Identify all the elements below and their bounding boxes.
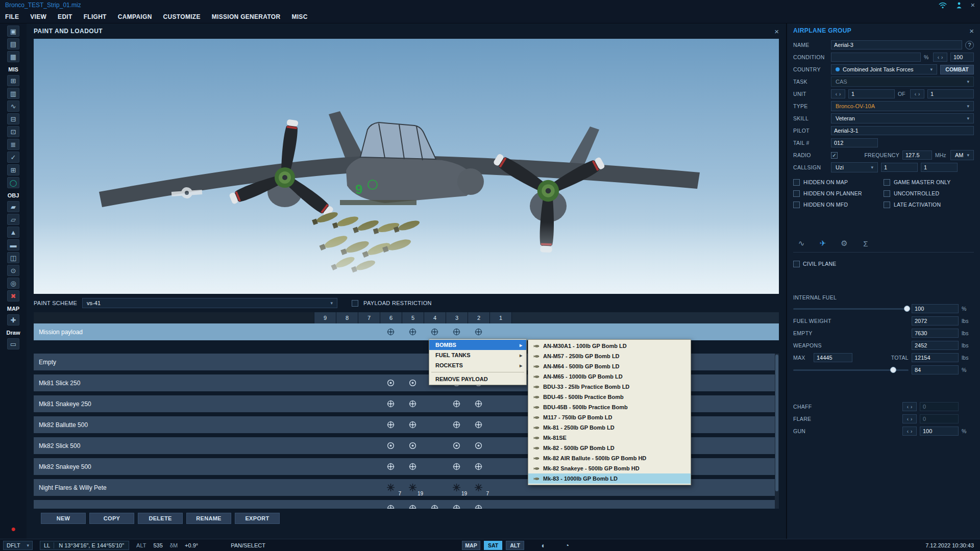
civil-plane-checkbox[interactable] (793, 261, 800, 267)
tail-number-input[interactable] (831, 138, 878, 147)
option-hidden-on-mfd[interactable]: HIDDEN ON MFD (793, 202, 884, 208)
static-object-icon[interactable]: ▰ (7, 201, 19, 212)
menu-item-flight[interactable]: FLIGHT (84, 13, 107, 20)
frequency-input[interactable] (902, 151, 932, 160)
condition-stepper[interactable]: ‹› (933, 53, 947, 62)
flare-input[interactable] (920, 414, 959, 423)
delete-icon[interactable]: ✖ (7, 290, 19, 302)
paint-scheme-select[interactable]: vs-41 ▾ (82, 298, 337, 308)
tab-summary[interactable]: Σ (859, 238, 873, 249)
chaff-stepper[interactable]: ‹› (902, 402, 917, 411)
weapon-option-bdu-45-500lb-practice-bomb[interactable]: BDU-45 - 500lb Practice Bomb (528, 392, 691, 402)
record-icon[interactable]: ● (7, 523, 19, 535)
weapon-option-an-m64-500lb-gp-bomb-ld[interactable]: AN-M64 - 500lb GP Bomb LD (528, 361, 691, 371)
circle-zone-icon[interactable]: ◎ (7, 278, 19, 289)
menu-item-mission-generator[interactable]: MISSION GENERATOR (212, 13, 281, 20)
list-icon[interactable]: ≣ (7, 139, 19, 150)
check-icon[interactable]: ✓ (7, 152, 19, 163)
chaff-input[interactable] (920, 402, 959, 411)
payload-restriction-checkbox[interactable] (352, 300, 358, 307)
building-icon[interactable]: ◫ (7, 252, 19, 263)
context-menu-item-fuel-tanks[interactable]: FUEL TANKS▸ (429, 350, 526, 360)
scrollbar-thumb[interactable] (775, 355, 778, 491)
clock-icon[interactable]: ◔ (562, 541, 572, 550)
mountain-icon[interactable]: ▲ (7, 227, 19, 238)
weapon-option-an-m57-250lb-gp-bomb-ld[interactable]: AN-M57 - 250lb GP Bomb LD (528, 351, 691, 361)
hidden-on-map-checkbox[interactable] (793, 179, 800, 186)
route-icon[interactable]: ∿ (7, 101, 19, 112)
tab-systems[interactable]: ⚙ (837, 238, 851, 249)
panel-close-icon[interactable]: × (774, 27, 779, 36)
menu-item-campaign[interactable]: CAMPAIGN (118, 13, 152, 20)
unit-total-stepper[interactable]: ‹› (910, 89, 924, 98)
unit-count-input[interactable] (848, 89, 895, 98)
map-mode-sat[interactable]: SAT (484, 541, 502, 550)
weapon-option-an-m65-1000lb-gp-bomb-ld[interactable]: AN-M65 - 1000lb GP Bomb LD (528, 371, 691, 382)
pan-icon[interactable]: ✚ (7, 314, 19, 325)
context-menu-item-remove-payload[interactable]: REMOVE PAYLOAD (429, 374, 526, 384)
help-icon[interactable]: ? (965, 41, 974, 49)
option-hidden-on-planner[interactable]: HIDDEN ON PLANNER (793, 190, 884, 197)
rename-button[interactable]: RENAME (186, 513, 231, 524)
weapon-option-mk-83-1000lb-gp-bomb-ld[interactable]: Mk-83 - 1000lb GP Bomb LD (528, 473, 691, 484)
weapon-option-an-m30a1-100lb-gp-bomb-ld[interactable]: AN-M30A1 - 100lb GP Bomb LD (528, 341, 691, 351)
weapon-option-bdu-33-25lb-practice-bomb-ld[interactable]: BDU-33 - 25lb Practice Bomb LD (528, 382, 691, 392)
late-activation-checkbox[interactable] (884, 202, 890, 208)
max-weight-value[interactable] (814, 353, 852, 362)
window-close-icon[interactable]: × (971, 2, 975, 9)
unit-total-input[interactable] (927, 89, 974, 98)
combat-button[interactable]: COMBAT (940, 65, 974, 74)
callsign-number-input[interactable] (881, 163, 918, 172)
copy-button[interactable]: COPY (89, 513, 134, 524)
menu-item-file[interactable]: FILE (5, 13, 19, 20)
payload-icon[interactable]: ⊡ (7, 126, 19, 137)
map-mode-alt[interactable]: ALT (506, 541, 524, 550)
group-name-input[interactable] (831, 40, 962, 49)
payload-row-blank[interactable] (34, 500, 779, 509)
save-icon[interactable]: ▦ (7, 51, 19, 62)
ship-icon[interactable]: ▱ (7, 214, 19, 225)
group-icon[interactable]: ▥ (7, 88, 19, 99)
ruler-icon[interactable]: ▭ (7, 338, 19, 349)
menu-item-customize[interactable]: CUSTOMIZE (163, 13, 201, 20)
weapons-weight-value[interactable] (912, 341, 959, 350)
unit-list-icon[interactable]: ⊞ (7, 75, 19, 86)
menu-item-misc[interactable]: MISC (291, 13, 307, 20)
country-select[interactable]: Combined Joint Task Forces ▾ (831, 64, 937, 74)
delete-button[interactable]: DELETE (138, 513, 183, 524)
weapon-option-mk-82-snakeye-500lb-gp-bomb-hd[interactable]: Mk-82 Snakeye - 500lb GP Bomb HD (528, 463, 691, 473)
option-uncontrolled[interactable]: UNCONTROLLED (884, 190, 974, 197)
hidden-on-planner-checkbox[interactable] (793, 190, 800, 197)
hidden-on-mfd-checkbox[interactable] (793, 202, 800, 208)
menu-item-view[interactable]: VIEW (30, 13, 46, 20)
flare-stepper[interactable]: ‹› (902, 414, 917, 423)
coord-mode-select[interactable]: DFLT ▾ (3, 541, 33, 550)
image-icon[interactable]: ▣ (7, 26, 19, 37)
condition-input[interactable] (831, 53, 921, 62)
skill-select[interactable]: Veteran ▾ (831, 113, 974, 123)
weapon-option-bdu-45b-500lb-practice-bomb[interactable]: BDU-45B - 500lb Practice Bomb (528, 402, 691, 412)
zone-icon[interactable]: ⊙ (7, 265, 19, 276)
internal-fuel-slider[interactable] (793, 304, 909, 313)
start-condition-icon[interactable]: ◯ (7, 177, 19, 188)
task-select[interactable]: CAS ▾ (831, 77, 974, 87)
uncontrolled-checkbox[interactable] (884, 190, 890, 197)
modulation-select[interactable]: AM ▾ (950, 150, 974, 160)
pilot-name-input[interactable] (831, 126, 974, 135)
empty-weight-value[interactable] (912, 329, 959, 338)
callsign-select[interactable]: Uzi ▾ (831, 162, 878, 172)
slider-handle[interactable] (890, 367, 896, 373)
game-master-only-checkbox[interactable] (884, 179, 890, 186)
template-icon[interactable]: ⊟ (7, 113, 19, 124)
weight-percent-input[interactable] (912, 365, 959, 374)
unit-count-stepper[interactable]: ‹› (831, 89, 845, 98)
context-menu-item-bombs[interactable]: BOMBS▸ (429, 340, 526, 350)
gun-stepper[interactable]: ‹› (902, 427, 917, 436)
coord-format-label[interactable]: LL (40, 542, 54, 548)
total-weight-value[interactable] (912, 353, 959, 362)
tab-loadout[interactable]: ✈ (816, 238, 830, 249)
selected-payload-row[interactable]: Mission payload (34, 323, 779, 340)
block-icon[interactable]: ▬ (7, 239, 19, 251)
tab-route[interactable]: ∿ (794, 238, 808, 249)
map-mode-map[interactable]: MAP (462, 541, 480, 550)
